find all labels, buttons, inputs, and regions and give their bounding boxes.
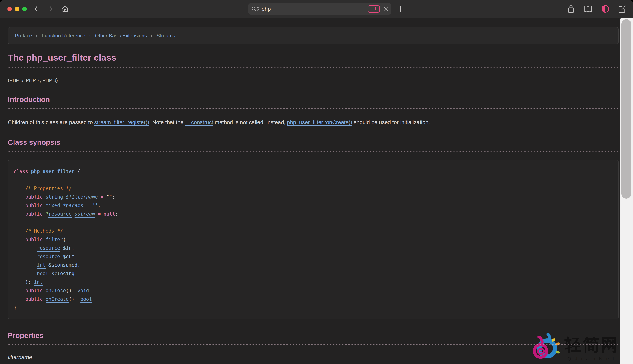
code-line: public onClose(): void <box>14 286 613 295</box>
code-token <box>14 254 37 259</box>
code-line: class php_user_filter { <box>14 167 613 176</box>
introduction-paragraph: Children of this class are passed to str… <box>8 118 618 126</box>
code-token <box>43 194 46 200</box>
code-link[interactable]: $filtername <box>66 194 98 200</box>
code-token: public <box>25 288 43 293</box>
code-token: public <box>25 211 43 217</box>
code-link[interactable]: void <box>77 288 89 293</box>
doc-link[interactable]: __construct <box>185 119 213 125</box>
code-token <box>63 194 66 200</box>
new-tab-button[interactable] <box>396 5 405 13</box>
code-link[interactable]: int <box>34 279 43 285</box>
code-link[interactable]: resource <box>49 211 72 217</box>
bookmarks-button[interactable] <box>583 4 593 13</box>
code-line: public ?resource $stream = null; <box>14 210 613 218</box>
code-token <box>14 245 37 251</box>
doc-page: Preface›Function Reference›Other Basic E… <box>0 27 633 360</box>
breadcrumb-link[interactable]: Streams <box>156 33 175 39</box>
code-token: , <box>75 254 78 259</box>
code-link[interactable]: string <box>46 194 63 200</box>
breadcrumb-link[interactable]: Function Reference <box>42 33 85 39</box>
code-link[interactable]: resource <box>37 245 60 251</box>
code-token <box>43 237 46 242</box>
breadcrumb-separator: › <box>36 33 38 38</box>
code-line: bool $closing <box>14 269 613 278</box>
code-link[interactable]: bool <box>37 271 49 276</box>
app-window: php ⌘L <box>0 0 633 364</box>
code-line: int &$consumed, <box>14 261 613 269</box>
code-link[interactable]: mixed <box>46 203 60 208</box>
code-token: public <box>25 296 43 302</box>
code-token <box>49 271 52 276</box>
share-icon <box>567 4 575 14</box>
zoom-button[interactable] <box>22 7 27 11</box>
code-line: public onCreate(): bool <box>14 295 613 303</box>
code-token: /* Properties */ <box>25 186 72 191</box>
code-token <box>14 194 25 200</box>
code-token <box>14 262 37 268</box>
doc-link[interactable]: stream_filter_register() <box>94 119 149 125</box>
address-bar[interactable]: php ⌘L <box>248 3 391 14</box>
forward-button[interactable] <box>46 4 55 13</box>
code-link[interactable]: resource <box>37 254 60 259</box>
appearance-toggle-button[interactable] <box>601 4 610 13</box>
close-button[interactable] <box>8 7 12 11</box>
code-token <box>104 194 107 200</box>
code-token: , <box>72 245 75 251</box>
compose-icon <box>618 4 627 13</box>
paragraph-text: method is not called; instead, <box>213 119 287 125</box>
minimize-button[interactable] <box>15 7 20 11</box>
breadcrumb-link[interactable]: Other Basic Extensions <box>95 33 147 39</box>
share-button[interactable] <box>567 4 575 14</box>
chevron-right-icon <box>47 5 54 12</box>
home-icon <box>61 5 69 13</box>
code-token <box>72 211 75 217</box>
shortcut-badge: ⌘L <box>368 5 380 12</box>
toolbar-right-icons <box>567 4 627 14</box>
breadcrumb-link[interactable]: Preface <box>15 33 32 39</box>
code-token <box>46 262 49 268</box>
compose-button[interactable] <box>618 4 627 13</box>
clear-url-button[interactable] <box>383 6 388 12</box>
back-button[interactable] <box>32 4 41 13</box>
paragraph-text: Children of this class are passed to <box>8 119 94 125</box>
code-line <box>14 176 613 184</box>
code-token: ; <box>98 203 101 208</box>
code-link[interactable]: onClose <box>46 288 66 293</box>
code-link[interactable]: $stream <box>75 211 95 217</box>
code-token: ): <box>14 279 34 285</box>
code-token: null <box>104 211 115 217</box>
code-token <box>43 288 46 293</box>
code-token <box>101 211 104 217</box>
code-token: , <box>77 262 80 268</box>
php-version-line: (PHP 5, PHP 7, PHP 8) <box>8 78 618 83</box>
vertical-scrollbar[interactable] <box>620 18 633 364</box>
code-token: (): <box>66 288 78 293</box>
code-link[interactable]: int <box>37 262 46 268</box>
code-token <box>95 211 98 217</box>
home-button[interactable] <box>61 4 70 13</box>
code-line: resource $out, <box>14 252 613 261</box>
code-line: } <box>14 303 613 312</box>
code-link[interactable]: bool <box>80 296 92 302</box>
code-token: class <box>14 169 31 174</box>
doc-link[interactable]: php_user_filter::onCreate() <box>287 119 352 125</box>
code-line: public mixed $params = ""; <box>14 201 613 210</box>
code-link[interactable]: filter <box>46 237 63 242</box>
code-line: public string $filtername = ""; <box>14 193 613 201</box>
code-token: (): <box>69 296 80 302</box>
plus-icon <box>397 5 404 13</box>
code-line <box>14 218 613 227</box>
code-link[interactable]: onCreate <box>46 296 69 302</box>
code-token: ; <box>115 211 118 217</box>
scrollbar-thumb[interactable] <box>621 19 631 199</box>
paragraph-text: . Note that the <box>149 119 185 125</box>
code-token: $closing <box>52 271 75 276</box>
code-token <box>43 296 46 302</box>
code-link[interactable]: $params <box>63 203 83 208</box>
section-heading-introduction: Introduction <box>8 96 618 109</box>
code-token <box>14 237 25 242</box>
property-name-filtername: filtername <box>8 354 618 360</box>
code-token <box>14 203 25 208</box>
code-token: ? <box>46 211 49 217</box>
